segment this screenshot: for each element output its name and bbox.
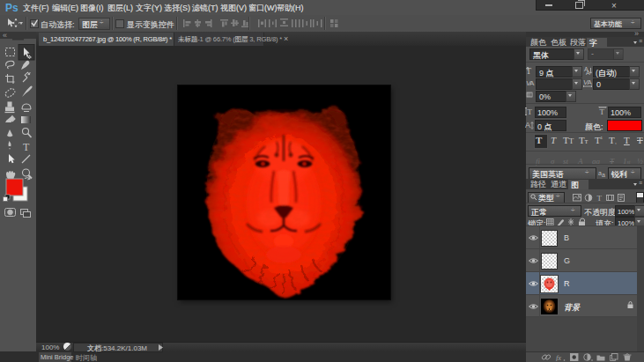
svg-text:T: T bbox=[528, 107, 533, 116]
svg-text:a: a bbox=[602, 172, 605, 177]
svg-text:T: T bbox=[600, 107, 605, 116]
svg-text:A: A bbox=[529, 79, 535, 87]
svg-text:T: T bbox=[526, 66, 531, 75]
svg-text:fx: fx bbox=[556, 353, 561, 361]
svg-text:A: A bbox=[525, 121, 530, 129]
svg-text:A: A bbox=[588, 78, 593, 86]
svg-text:T: T bbox=[597, 194, 603, 202]
svg-text:T: T bbox=[23, 141, 30, 153]
